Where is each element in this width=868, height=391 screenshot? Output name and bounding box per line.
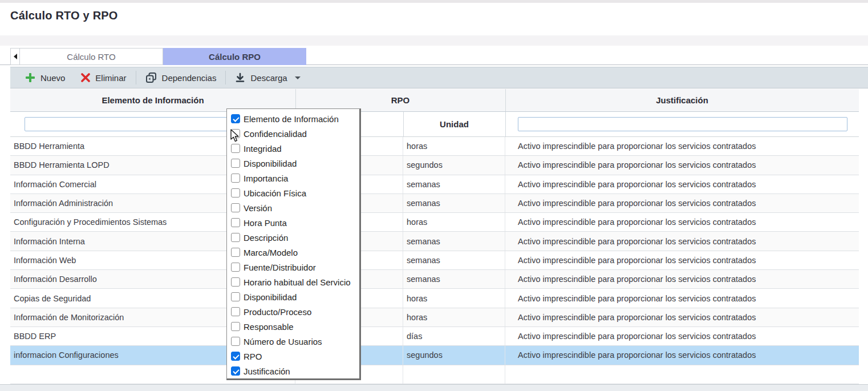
column-checkbox[interactable] — [231, 188, 240, 197]
column-checkbox[interactable] — [231, 337, 240, 346]
x-mark-icon — [81, 73, 90, 82]
column-checkbox[interactable] — [231, 203, 240, 212]
dependencias-button[interactable]: Dependencias — [137, 72, 225, 83]
tab-strip: Cálculo RTO Cálculo RPO — [0, 46, 868, 65]
cell-unidad: días — [403, 327, 505, 345]
column-menu-item-label: Horario habitual del Servicio — [244, 277, 351, 287]
cell-justificacion: Activo imprescindible para proporcionar … — [505, 213, 859, 231]
caret-down-icon — [295, 76, 301, 79]
table-row[interactable]: Información Desarrollo semanas Activo im… — [10, 270, 859, 289]
tab-scroll-left-button[interactable] — [10, 48, 20, 65]
column-menu-item-label: Disponibilidad — [244, 292, 297, 302]
table-row[interactable]: Información de Monitorización horas Acti… — [10, 308, 859, 327]
column-checkbox[interactable] — [231, 114, 240, 123]
eliminar-button[interactable]: Eliminar — [73, 73, 134, 83]
table-filter-row: Unidad — [10, 112, 859, 137]
table-row[interactable]: BBDD ERP días Activo imprescindible para… — [10, 327, 859, 346]
column-menu-item[interactable]: Justificación — [227, 364, 359, 378]
column-menu-item[interactable]: Horario habitual del Servicio — [227, 275, 359, 289]
table-row[interactable]: Información Comercial semanas Activo imp… — [10, 175, 859, 194]
column-menu-item-label: Integridad — [244, 144, 282, 154]
column-menu-item[interactable]: Responsable — [227, 319, 359, 334]
column-menu-item-label: RPO — [244, 352, 262, 361]
column-checkbox[interactable] — [231, 263, 240, 272]
table-row[interactable]: Información Web semanas Activo imprescin… — [10, 251, 859, 270]
toolbar: Nuevo Eliminar Dependencias Descarga — [10, 67, 868, 88]
column-checkbox[interactable] — [231, 159, 240, 168]
tab-label: Cálculo RPO — [209, 52, 261, 62]
arrow-left-icon — [14, 54, 17, 59]
column-checkbox[interactable] — [231, 248, 240, 257]
toolbar-separator — [225, 71, 226, 84]
table-row[interactable]: Configuración y Procedimientos Sistemas … — [10, 213, 859, 232]
column-chooser-menu: Elemento de Información Confidencialidad… — [226, 108, 361, 380]
cell-unidad: semanas — [403, 194, 505, 212]
table-row[interactable]: BBDD Herramienta horas Activo imprescind… — [10, 137, 859, 156]
cell-justificacion: Activo imprescindible para proporcionar … — [505, 270, 859, 288]
table-row[interactable]: BBDD Herramienta LOPD segundos Activo im… — [10, 156, 859, 175]
tab-calculo-rpo[interactable]: Cálculo RPO — [163, 48, 306, 65]
title-separator-band — [0, 35, 868, 46]
cell-justificacion: Activo imprescindible para proporcionar … — [505, 137, 859, 155]
cell-unidad: semanas — [403, 175, 505, 194]
column-menu-item-label: Responsable — [244, 322, 294, 332]
column-menu-item[interactable]: Fuente/Distribuidor — [227, 260, 359, 275]
subcolumn-header-unidad[interactable]: Unidad — [403, 112, 505, 136]
download-icon — [235, 72, 245, 83]
column-menu-item[interactable]: Disponibilidad — [227, 289, 359, 304]
column-menu-item[interactable]: Importancia — [227, 171, 359, 186]
table-row[interactable]: informacion Configuraciones segundos Act… — [10, 346, 859, 365]
column-menu-item[interactable]: Versión — [227, 200, 359, 215]
cell-unidad: semanas — [403, 251, 505, 269]
tab-label: Cálculo RTO — [67, 52, 115, 62]
column-menu-item[interactable]: Integridad — [227, 141, 359, 156]
column-menu-item[interactable]: Elemento de Información — [227, 111, 359, 126]
column-divider — [505, 89, 506, 111]
toolbar-separator — [136, 71, 136, 84]
column-menu-item-label: Marca/Modelo — [244, 248, 298, 257]
column-menu-item[interactable]: Hora Punta — [227, 215, 359, 230]
column-checkbox[interactable] — [231, 322, 240, 331]
column-checkbox[interactable] — [231, 277, 240, 287]
column-checkbox[interactable] — [231, 233, 240, 242]
column-menu-item[interactable]: Ubicación Física — [227, 186, 359, 200]
column-menu-item[interactable]: Descripción — [227, 230, 359, 245]
column-header-justificacion[interactable]: Justificación — [505, 89, 859, 111]
descarga-label: Descarga — [250, 73, 287, 83]
column-menu-item[interactable]: Producto/Proceso — [227, 304, 359, 319]
column-menu-item-label: Versión — [244, 203, 272, 213]
column-checkbox[interactable] — [231, 174, 240, 183]
column-menu-item-label: Confidencialidad — [244, 129, 307, 139]
column-checkbox[interactable] — [231, 366, 240, 376]
column-menu-item[interactable]: Número de Usuarios — [227, 334, 359, 349]
descarga-button[interactable]: Descarga — [227, 72, 308, 83]
cell-justificacion: Activo imprescindible para proporcionar … — [505, 156, 859, 174]
plus-icon — [25, 72, 35, 83]
table-row[interactable]: Información Administración semanas Activ… — [10, 194, 859, 213]
column-menu-item[interactable]: Marca/Modelo — [227, 245, 359, 260]
cell-unidad: semanas — [403, 232, 505, 250]
column-checkbox[interactable] — [231, 129, 240, 138]
column-checkbox[interactable] — [231, 352, 240, 361]
dependencias-label: Dependencias — [162, 73, 217, 83]
cell-unidad: horas — [403, 213, 505, 231]
calculo-rto-rpo-page: Cálculo RTO y RPO Cálculo RTO Cálculo RP… — [0, 0, 868, 391]
column-checkbox[interactable] — [231, 307, 240, 316]
column-divider — [403, 112, 404, 136]
table-row[interactable]: Información Interna semanas Activo impre… — [10, 232, 859, 251]
column-checkbox[interactable] — [231, 144, 240, 153]
table-row[interactable]: Copias de Seguridad horas Activo impresc… — [10, 289, 859, 308]
column-checkbox[interactable] — [231, 218, 240, 227]
nuevo-label: Nuevo — [40, 73, 65, 83]
cell-unidad: horas — [403, 308, 505, 326]
nuevo-button[interactable]: Nuevo — [17, 72, 73, 83]
column-checkbox[interactable] — [231, 292, 240, 301]
filter-justificacion-input[interactable] — [518, 117, 847, 131]
cell-justificacion: Activo imprescindible para proporcionar … — [505, 194, 859, 212]
column-menu-item[interactable]: Disponibilidad — [227, 156, 359, 171]
copy-icon — [145, 72, 157, 83]
column-menu-item[interactable]: RPO — [227, 349, 359, 364]
column-menu-item[interactable]: Confidencialidad — [227, 126, 359, 141]
tab-calculo-rto[interactable]: Cálculo RTO — [19, 48, 163, 65]
table-body: BBDD Herramienta horas Activo imprescind… — [10, 137, 859, 384]
